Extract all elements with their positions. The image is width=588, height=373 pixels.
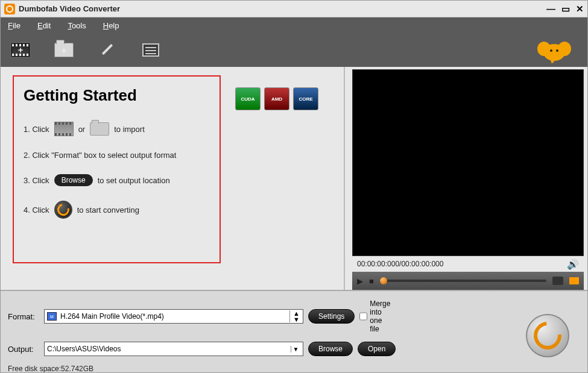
merge-checkbox[interactable]: Merge into one file [359,299,391,333]
step-2: 2. Click "Format" box to select output f… [24,151,210,160]
browse-button[interactable]: Browse [308,342,353,356]
mp4-icon: M [47,312,57,321]
output-label: Output: [8,345,39,354]
format-label: Format: [8,312,39,321]
maximize-button[interactable]: ▭ [561,4,570,14]
toolbar: + + [1,33,587,67]
getting-started-heading: Getting Started [24,86,210,105]
menu-file[interactable]: File [8,21,21,30]
window-title: Dumbofab Video Converter [19,4,120,13]
svg-point-2 [558,42,571,56]
bottom-panel: Format: M H.264 Main Profile Video(*.mp4… [1,290,587,373]
add-folder-button[interactable]: + [52,40,75,60]
step-3: 3. Click Browse to set output location [24,174,210,186]
stop-button[interactable]: ■ [369,277,374,286]
seek-slider[interactable] [380,280,546,282]
convert-orb-icon [54,201,72,219]
gpu-badges: CUDA AMD CORE [235,87,318,281]
add-file-button[interactable]: + [9,40,32,60]
format-combo[interactable]: M H.264 Main Profile Video(*.mp4) ▲▼ [44,309,303,324]
folder-plus-icon: + [54,43,74,57]
disk-free-label: Free disk space:52.742GB [8,365,580,373]
play-button[interactable]: ▶ [357,277,363,286]
list-button[interactable] [139,40,162,60]
menu-bar: File Edit Tools Help [1,17,587,33]
open-button[interactable]: Open [358,342,396,356]
step-1: 1. Click or to import [24,122,210,136]
spinner-icon[interactable]: ▲▼ [289,310,300,322]
dropdown-icon[interactable]: ▼ [291,346,300,353]
snapshot-folder-button[interactable] [569,277,579,284]
edit-button[interactable] [96,40,119,60]
main-panel: Getting Started 1. Click or to import 2.… [1,67,344,290]
time-display: 00:00:00:000/00:00:00:000 [357,260,443,268]
player-controls: ▶ ■ [352,272,584,290]
format-value: H.264 Main Profile Video(*.mp4) [60,312,164,321]
browse-pill-icon: Browse [54,174,93,186]
title-bar: Dumbofab Video Converter — ▭ ✕ [1,1,587,17]
video-preview[interactable] [352,69,584,256]
getting-started-box: Getting Started 1. Click or to import 2.… [13,75,221,263]
volume-icon[interactable]: 🔊 [567,259,579,270]
menu-help[interactable]: Help [103,21,119,30]
svg-point-3 [550,49,552,52]
list-icon [142,43,159,57]
time-bar: 00:00:00:000/00:00:00:000 🔊 [352,256,584,272]
amd-badge: AMD [264,87,289,110]
output-path-input[interactable]: C:\Users\ASUS\Videos ▼ [44,342,303,356]
intel-badge: CORE [293,87,318,110]
brand-logo-icon [533,34,575,63]
snapshot-button[interactable] [552,277,563,285]
svg-point-1 [537,42,551,56]
merge-checkbox-input[interactable] [359,312,367,321]
svg-point-4 [556,49,558,52]
film-plus-icon: + [11,43,30,57]
step-4: 4. Click to start converting [24,201,210,219]
minimize-button[interactable]: — [546,4,555,14]
app-logo-icon [4,4,15,14]
close-button[interactable]: ✕ [576,4,584,14]
cuda-badge: CUDA [235,87,261,110]
pencil-icon [99,42,116,58]
preview-panel: 00:00:00:000/00:00:00:000 🔊 ▶ ■ [344,67,587,290]
menu-edit[interactable]: Edit [37,21,51,30]
output-value: C:\Users\ASUS\Videos [47,345,121,353]
film-icon [54,122,74,136]
settings-button[interactable]: Settings [308,309,355,324]
folder-icon [90,122,109,136]
menu-tools[interactable]: Tools [68,21,86,30]
convert-button[interactable] [526,314,569,357]
